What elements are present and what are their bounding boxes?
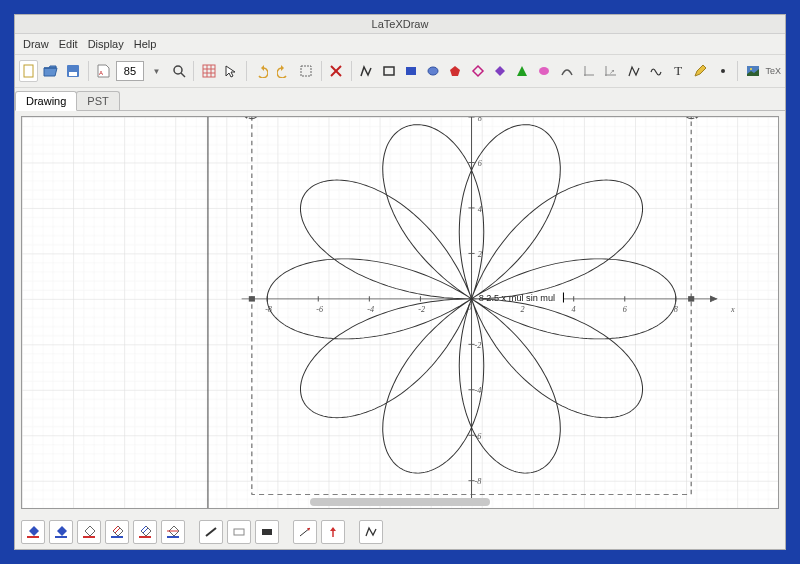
grid-button[interactable] (199, 60, 218, 82)
rect-tool-button[interactable] (379, 60, 398, 82)
line-white-icon (232, 525, 246, 539)
svg-text:A: A (99, 70, 103, 76)
tex-label: TeX (766, 66, 782, 76)
new-file-button[interactable] (19, 60, 38, 82)
fill-5-button[interactable] (133, 520, 157, 544)
redo-icon (277, 64, 291, 78)
selection-rect-button[interactable] (296, 60, 315, 82)
fill-4-button[interactable] (105, 520, 129, 544)
triangle-tool-button[interactable] (513, 60, 532, 82)
svg-marker-20 (517, 66, 527, 76)
app-window: LaTeXDraw Draw Edit Display Help A 85 ▼ (14, 14, 786, 550)
select-tool-button[interactable] (222, 60, 241, 82)
svg-rect-2 (69, 72, 77, 76)
bucket-icon (110, 525, 124, 539)
delete-button[interactable] (326, 60, 345, 82)
line-1-button[interactable] (199, 520, 223, 544)
titlebar: LaTeXDraw (15, 15, 785, 34)
polyline-tool-button[interactable] (357, 60, 376, 82)
tab-pst[interactable]: PST (76, 91, 119, 110)
redo-button[interactable] (274, 60, 293, 82)
line-black-icon (260, 525, 274, 539)
ellipse-tool-button[interactable] (423, 60, 442, 82)
arrow-1-button[interactable] (293, 520, 317, 544)
separator (351, 61, 352, 81)
image-icon (746, 64, 760, 78)
menu-edit[interactable]: Edit (55, 38, 82, 50)
arc-tool-button[interactable] (557, 60, 576, 82)
undo-icon (254, 64, 268, 78)
export-pdf-button[interactable]: A (94, 60, 113, 82)
svg-text:6: 6 (623, 305, 627, 313)
fill-3-button[interactable] (77, 520, 101, 544)
svg-text:4: 4 (572, 305, 576, 313)
svg-rect-85 (167, 536, 179, 538)
svg-text:-4: -4 (367, 305, 374, 313)
separator (737, 61, 738, 81)
ellipse-pink-tool-button[interactable] (535, 60, 554, 82)
svg-rect-83 (139, 536, 151, 538)
dot-tool-button[interactable] (713, 60, 732, 82)
bezier-tool-button[interactable] (624, 60, 643, 82)
rhombus-tool-button[interactable] (490, 60, 509, 82)
line-2-button[interactable] (227, 520, 251, 544)
chevron-down-icon: ▼ (153, 67, 161, 76)
save-file-button[interactable] (64, 60, 83, 82)
arrow-red-icon (298, 525, 312, 539)
svg-rect-31 (22, 117, 778, 508)
polygon-tool-button[interactable] (446, 60, 465, 82)
curve-button[interactable] (359, 520, 383, 544)
main-toolbar: A 85 ▼ (15, 54, 785, 88)
polyline-icon (359, 64, 373, 78)
svg-point-4 (174, 66, 182, 74)
fill-6-button[interactable] (161, 520, 185, 544)
menu-help[interactable]: Help (130, 38, 161, 50)
delete-icon (329, 64, 343, 78)
rect-fill-tool-button[interactable] (401, 60, 420, 82)
zoom-tool-button[interactable] (169, 60, 188, 82)
grid-icon (202, 64, 216, 78)
rhombus-outline-icon (471, 64, 485, 78)
arrow-2-button[interactable] (321, 520, 345, 544)
freehand-tool-button[interactable] (646, 60, 665, 82)
fill-1-button[interactable] (21, 520, 45, 544)
dot-icon (716, 64, 730, 78)
svg-rect-74 (688, 296, 694, 301)
svg-text:4: 4 (478, 205, 482, 213)
svg-rect-88 (262, 529, 272, 535)
line-3-button[interactable] (255, 520, 279, 544)
axes-tool-button[interactable] (579, 60, 598, 82)
grid-axes-tool-button[interactable]: ↗ (602, 60, 621, 82)
svg-rect-73 (249, 296, 255, 301)
image-tool-button[interactable] (743, 60, 762, 82)
open-file-button[interactable] (41, 60, 60, 82)
tab-drawing[interactable]: Drawing (15, 91, 77, 111)
separator (88, 61, 89, 81)
menu-draw[interactable]: Draw (19, 38, 53, 50)
zoom-dropdown[interactable]: ▼ (147, 60, 166, 82)
pencil-tool-button[interactable] (691, 60, 710, 82)
svg-rect-77 (83, 536, 95, 538)
svg-text:-2: -2 (475, 341, 482, 349)
svg-rect-14 (384, 67, 394, 75)
undo-button[interactable] (252, 60, 271, 82)
rhombus-outline-tool-button[interactable] (468, 60, 487, 82)
menu-display[interactable]: Display (84, 38, 128, 50)
text-tool-button[interactable]: T (669, 60, 688, 82)
save-icon (66, 64, 80, 78)
svg-marker-17 (450, 66, 460, 76)
svg-point-27 (721, 69, 725, 73)
horizontal-scrollbar[interactable] (310, 498, 490, 506)
svg-marker-19 (495, 66, 505, 76)
polygon-icon (448, 64, 462, 78)
zoom-input[interactable]: 85 (116, 61, 144, 81)
ellipse-icon (426, 64, 440, 78)
freehand-icon (649, 64, 663, 78)
svg-rect-80 (111, 536, 123, 538)
fill-2-button[interactable] (49, 520, 73, 544)
drawing-canvas[interactable]: -8-6-4-2 2468 8642 -2-4-6-8 0 x 8 2.5 x … (21, 116, 779, 509)
separator (321, 61, 322, 81)
curve-icon (364, 525, 378, 539)
svg-point-29 (750, 68, 752, 70)
axes-icon (582, 64, 596, 78)
